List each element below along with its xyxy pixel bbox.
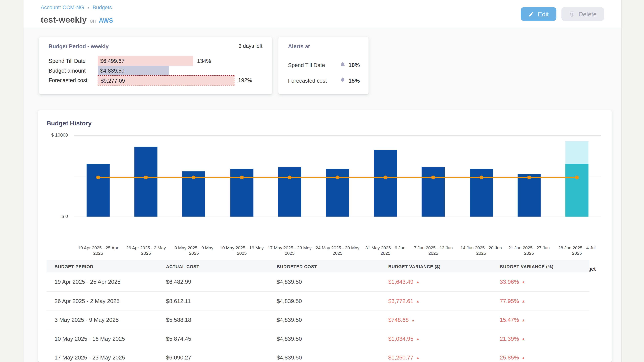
cell-budget-variance-usd: $748.68▲ — [380, 317, 492, 323]
budget-period-card: Budget Period - weekly 3 days left Spend… — [39, 37, 272, 94]
budget-point[interactable] — [288, 175, 292, 179]
cloud-provider-label: AWS — [99, 17, 113, 24]
pencil-icon — [528, 11, 534, 17]
up-triangle-icon: ▲ — [522, 318, 525, 322]
cell-actual-cost: $5,588.18 — [158, 317, 269, 323]
y-axis-min-label: $ 0 — [38, 214, 68, 219]
trash-icon — [569, 11, 575, 17]
x-axis-tick-label: 10 May 2025 - 16 May 2025 — [218, 245, 266, 256]
budget-point[interactable] — [479, 175, 483, 179]
budget-point[interactable] — [336, 175, 340, 179]
actual-cost-bar[interactable] — [518, 174, 541, 217]
alerts-card-title: Alerts at — [288, 43, 310, 50]
cell-actual-cost: $5,874.45 — [158, 335, 269, 342]
cell-budgeted-cost: $4,839.50 — [269, 354, 380, 361]
budget-point[interactable] — [431, 175, 435, 179]
x-axis-labels: 19 Apr 2025 - 25 Apr 202526 Apr 2025 - 2… — [74, 245, 601, 256]
budget-history-table: BUDGET PERIODACTUAL COSTBUDGETED COSTBUD… — [46, 260, 590, 362]
x-axis-tick-label: 3 May 2025 - 9 May 2025 — [170, 245, 218, 256]
table-row[interactable]: 26 Apr 2025 - 2 May 2025$8,612.11$4,839.… — [46, 291, 590, 310]
cell-budget-variance-usd: $1,250.77▲ — [380, 354, 492, 361]
table-column-header: BUDGET VARIANCE (%) — [492, 264, 590, 269]
budget-point[interactable] — [527, 175, 531, 179]
table-row[interactable]: 3 May 2025 - 9 May 2025$5,588.18$4,839.5… — [46, 310, 590, 329]
up-triangle-icon: ▲ — [416, 299, 420, 303]
up-triangle-icon: ▲ — [416, 280, 420, 284]
budget-point[interactable] — [575, 175, 579, 179]
cell-budget-period: 26 Apr 2025 - 2 May 2025 — [46, 298, 158, 304]
metric-bar: $6,499.67 — [98, 56, 193, 66]
metric-value: $6,499.67 — [98, 58, 124, 64]
x-axis-tick-label: 24 May 2025 - 30 May 2025 — [314, 245, 362, 256]
metric-label: Budget amount — [49, 67, 86, 74]
table-column-header: ACTUAL COST — [158, 264, 269, 269]
metric-label: Spend Till Date — [49, 58, 86, 64]
cell-actual-cost: $6,482.99 — [158, 279, 269, 285]
budget-history-chart — [74, 135, 601, 217]
table-row[interactable]: 19 Apr 2025 - 25 Apr 2025$6,482.99$4,839… — [46, 272, 590, 291]
actual-cost-bar[interactable] — [374, 150, 397, 217]
x-axis-tick-label: 19 Apr 2025 - 25 Apr 2025 — [74, 245, 122, 256]
budget-period-row: Forecasted cost$9,277.09192% — [49, 75, 268, 85]
table-row[interactable]: 10 May 2025 - 16 May 2025$5,874.45$4,839… — [46, 329, 590, 348]
main-panel: Account: CCM-NG › Budgets test-weekly on… — [23, 0, 622, 362]
bell-icon — [340, 61, 346, 69]
alert-metric-label: Spend Till Date — [288, 62, 340, 68]
cell-budget-variance-usd: $3,772.61▲ — [380, 298, 492, 304]
x-axis-line — [74, 217, 601, 217]
table-header-row: BUDGET PERIODACTUAL COSTBUDGETED COSTBUD… — [46, 260, 590, 273]
budget-point[interactable] — [192, 175, 196, 179]
up-triangle-icon: ▲ — [522, 356, 525, 360]
breadcrumb: Account: CCM-NG › Budgets — [41, 4, 112, 10]
budget-point[interactable] — [96, 175, 100, 179]
cell-actual-cost: $6,090.27 — [158, 354, 269, 361]
actual-cost-bar[interactable] — [422, 167, 445, 217]
metric-bar: $4,839.50 — [98, 66, 169, 76]
alerts-card: Alerts at Spend Till Date10%Forecasted c… — [278, 37, 368, 94]
actual-cost-bar[interactable] — [134, 147, 158, 217]
budget-point[interactable] — [384, 175, 388, 179]
y-axis-max-label: $ 10000 — [38, 132, 68, 137]
budget-history-card: Budget History $ 10000 $ 0 19 Apr 2025 -… — [38, 110, 612, 362]
cell-budget-period: 3 May 2025 - 9 May 2025 — [46, 317, 158, 323]
budget-point[interactable] — [144, 175, 148, 179]
x-axis-tick-label: 31 May 2025 - 6 Jun 2025 — [362, 245, 409, 256]
title-row: test-weekly on AWS — [41, 15, 113, 25]
up-triangle-icon: ▲ — [522, 337, 525, 341]
metric-value: $4,839.50 — [98, 67, 124, 74]
edit-button[interactable]: Edit — [520, 7, 556, 21]
x-axis-tick-label: 17 May 2025 - 23 May 2025 — [266, 245, 314, 256]
up-triangle-icon: ▲ — [416, 356, 420, 360]
table-body: 19 Apr 2025 - 25 Apr 2025$6,482.99$4,839… — [46, 272, 590, 362]
x-axis-tick-label: 26 Apr 2025 - 2 May 2025 — [122, 245, 170, 256]
x-axis-tick-label: 21 Jun 2025 - 27 Jun 2025 — [505, 245, 553, 256]
page-header: Account: CCM-NG › Budgets test-weekly on… — [24, 0, 621, 28]
cell-budget-variance-pct: 25.85%▲ — [492, 354, 590, 361]
cell-budget-variance-usd: $1,643.49▲ — [380, 279, 492, 285]
budget-period-card-title: Budget Period - weekly — [49, 43, 109, 50]
cell-budget-variance-pct: 77.95%▲ — [492, 298, 590, 304]
alert-row: Spend Till Date10% — [288, 61, 360, 69]
table-column-header: BUDGET VARIANCE ($) — [380, 264, 492, 269]
budget-point[interactable] — [240, 175, 244, 179]
cell-budget-period: 10 May 2025 - 16 May 2025 — [46, 335, 158, 342]
metric-percent: 134% — [197, 58, 211, 64]
metric-label: Forecasted cost — [49, 77, 88, 83]
breadcrumb-budgets-link[interactable]: Budgets — [92, 4, 112, 10]
alert-metric-label: Forecasted cost — [288, 77, 340, 84]
cell-budget-variance-pct: 21.39%▲ — [492, 335, 590, 342]
table-row[interactable]: 17 May 2025 - 23 May 2025$6,090.27$4,839… — [46, 348, 590, 362]
breadcrumb-account-link[interactable]: Account: CCM-NG — [41, 4, 84, 10]
actual-cost-bar[interactable] — [278, 167, 301, 217]
delete-button[interactable]: Delete — [561, 7, 604, 21]
alert-row: Forecasted cost15% — [288, 77, 360, 84]
cell-budget-variance-usd: $1,034.95▲ — [380, 335, 492, 342]
cell-budgeted-cost: $4,839.50 — [269, 298, 380, 304]
cell-budget-variance-pct: 33.96%▲ — [492, 279, 590, 285]
table-column-header: BUDGETED COST — [269, 264, 380, 269]
actual-cost-bar[interactable] — [86, 164, 110, 217]
cell-budget-period: 19 Apr 2025 - 25 Apr 2025 — [46, 279, 158, 285]
week-to-date-bar[interactable] — [565, 164, 588, 217]
up-triangle-icon: ▲ — [522, 280, 525, 284]
x-axis-tick-label: 7 Jun 2025 - 13 Jun 2025 — [410, 245, 457, 256]
